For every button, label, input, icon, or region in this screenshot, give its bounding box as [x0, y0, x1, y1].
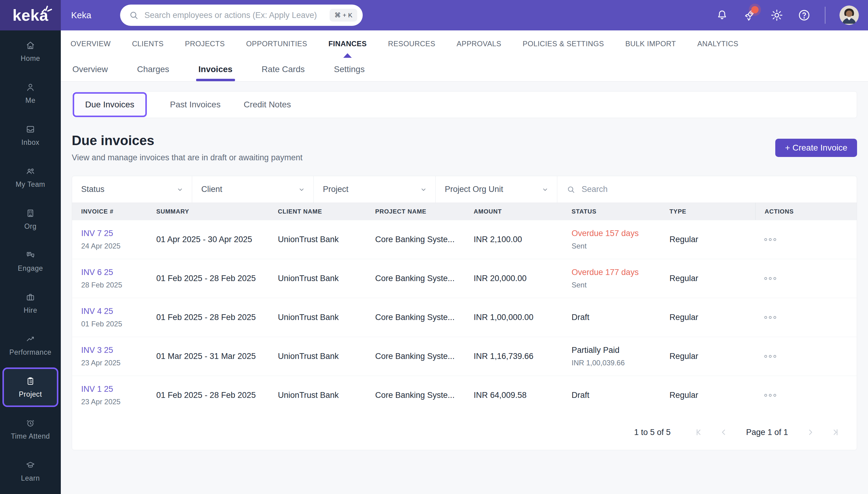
previous-page-button[interactable] [719, 428, 728, 437]
row-actions-menu-button[interactable] [755, 316, 857, 319]
sidebar-item-inbox[interactable]: Inbox [0, 114, 61, 156]
last-page-button[interactable] [831, 428, 840, 437]
project-filter-dropdown[interactable]: Project [314, 176, 436, 203]
alarm-clock-icon [25, 418, 35, 428]
client-cell: UnionTrust Bank [269, 391, 366, 400]
invoice-number-link[interactable]: INV 6 25 [81, 268, 147, 277]
sidebar-item-engage[interactable]: Engage [0, 240, 61, 282]
status-primary: Overdue 177 days [572, 268, 660, 277]
first-page-button[interactable] [694, 428, 704, 437]
rocket-icon[interactable] [743, 8, 756, 22]
invoices-table-card: Status Client Project Project Org Unit [72, 176, 857, 450]
sidebar: Home Me Inbox My Team Org Engage Hire P [0, 31, 61, 494]
filters-row: Status Client Project Project Org Unit [72, 176, 857, 203]
invoice-number-link[interactable]: INV 7 25 [81, 229, 147, 238]
tab-past-invoices[interactable]: Past Invoices [170, 100, 221, 110]
tab-policies-settings[interactable]: POLICIES & SETTINGS [522, 31, 604, 57]
client-cell: UnionTrust Bank [269, 352, 366, 361]
tab-due-invoices[interactable]: Due Invoices [73, 92, 147, 117]
briefcase-icon [25, 292, 35, 302]
keka-logo[interactable]: keka [0, 0, 61, 31]
summary-cell: 01 Feb 2025 - 28 Feb 2025 [147, 391, 269, 400]
tab-analytics[interactable]: ANALYTICS [697, 31, 738, 57]
global-search-input[interactable] [144, 11, 330, 20]
filter-label: Client [201, 185, 222, 194]
sidebar-item-learn[interactable]: Learn [0, 450, 61, 492]
invoice-date: 23 Apr 2025 [81, 359, 147, 367]
next-page-button[interactable] [806, 428, 815, 437]
tab-bulk-import[interactable]: BULK IMPORT [625, 31, 676, 57]
amount-cell: INR 64,009.58 [465, 391, 563, 400]
project-cell: Core Banking Syste... [366, 352, 465, 361]
pagination-page-label: Page 1 of 1 [746, 428, 788, 437]
table-footer: 1 to 5 of 5 Page 1 of 1 [72, 415, 857, 450]
sidebar-item-home[interactable]: Home [0, 31, 61, 72]
col-actions: ACTIONS [755, 203, 857, 220]
sidebar-item-org[interactable]: Org [0, 198, 61, 240]
sidebar-item-me[interactable]: Me [0, 72, 61, 114]
tab-resources[interactable]: RESOURCES [388, 31, 435, 57]
type-cell: Regular [660, 235, 755, 244]
tab-overview[interactable]: OVERVIEW [71, 31, 111, 57]
tab-approvals[interactable]: APPROVALS [457, 31, 501, 57]
invoice-number-link[interactable]: INV 3 25 [81, 345, 147, 355]
sidebar-item-time-attend[interactable]: Time Attend [0, 408, 61, 450]
amount-cell: INR 1,00,000.00 [465, 313, 563, 322]
tab-projects[interactable]: PROJECTS [185, 31, 225, 57]
create-invoice-button[interactable]: + Create Invoice [775, 139, 857, 157]
avatar[interactable] [840, 5, 859, 25]
tab-credit-notes[interactable]: Credit Notes [243, 100, 291, 110]
subtab-overview[interactable]: Overview [72, 57, 108, 81]
row-actions-menu-button[interactable] [755, 355, 857, 358]
col-summary: SUMMARY [147, 203, 269, 220]
status-filter-dropdown[interactable]: Status [72, 176, 192, 203]
row-actions-menu-button[interactable] [755, 277, 857, 280]
help-icon[interactable] [797, 8, 811, 22]
sidebar-label: Time Attend [11, 432, 50, 440]
summary-cell: 01 Apr 2025 - 30 Apr 2025 [147, 235, 269, 244]
global-search[interactable]: ⌘ + K [120, 4, 363, 26]
topbar-divider [825, 7, 825, 24]
col-type: TYPE [660, 203, 755, 220]
subtab-settings[interactable]: Settings [334, 57, 364, 81]
topbar-actions [715, 5, 868, 25]
invoice-number-link[interactable]: INV 4 25 [81, 307, 147, 316]
subtab-charges[interactable]: Charges [137, 57, 169, 81]
chevron-down-icon [176, 186, 184, 193]
rocket-notification-badge [751, 6, 758, 13]
trend-icon [25, 334, 36, 344]
status-secondary: Sent [572, 281, 660, 289]
bell-icon[interactable] [715, 8, 729, 22]
tab-finances[interactable]: FINANCES [328, 31, 367, 57]
type-cell: Regular [660, 352, 755, 361]
row-actions-menu-button[interactable] [755, 238, 857, 241]
project-cell: Core Banking Syste... [366, 391, 465, 400]
sidebar-item-hire[interactable]: Hire [0, 282, 61, 324]
table-search[interactable] [557, 176, 857, 203]
subtab-invoices[interactable]: Invoices [199, 57, 233, 81]
project-cell: Core Banking Syste... [366, 235, 465, 244]
subtab-rate-cards[interactable]: Rate Cards [262, 57, 305, 81]
table-search-input[interactable] [581, 185, 848, 194]
page-title: Due invoices [72, 133, 302, 148]
project-cell: Core Banking Syste... [366, 313, 465, 322]
sidebar-item-project[interactable]: Project [2, 367, 58, 407]
row-actions-menu-button[interactable] [755, 394, 857, 397]
chevron-down-icon [541, 186, 549, 193]
client-filter-dropdown[interactable]: Client [192, 176, 314, 203]
tab-opportunities[interactable]: OPPORTUNITIES [246, 31, 308, 57]
tab-clients[interactable]: CLIENTS [132, 31, 163, 57]
type-cell: Regular [660, 313, 755, 322]
sidebar-label: Engage [18, 264, 43, 272]
sidebar-item-performance[interactable]: Performance [0, 324, 61, 366]
clipboard-icon [25, 376, 35, 386]
sidebar-item-my-team[interactable]: My Team [0, 156, 61, 198]
status-secondary: Sent [572, 242, 660, 250]
gear-icon[interactable] [770, 8, 784, 22]
inbox-icon [25, 125, 35, 134]
project-org-unit-filter-dropdown[interactable]: Project Org Unit [436, 176, 557, 203]
sidebar-label: Org [24, 222, 37, 231]
graduation-cap-icon [25, 460, 36, 470]
invoice-date: 28 Feb 2025 [81, 281, 147, 289]
invoice-number-link[interactable]: INV 1 25 [81, 384, 147, 394]
